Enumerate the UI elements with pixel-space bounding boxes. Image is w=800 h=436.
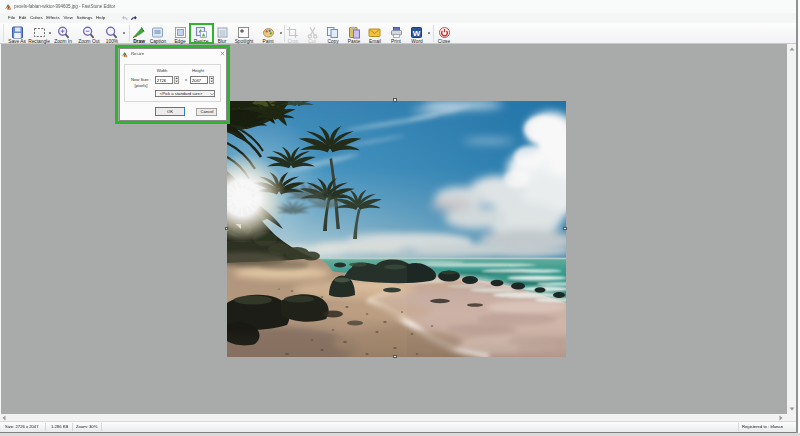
svg-text:W: W [413,29,421,38]
